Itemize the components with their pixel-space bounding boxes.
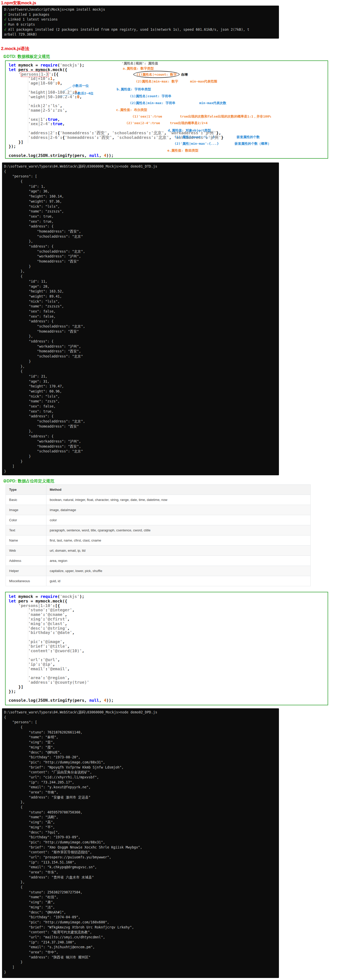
method-cell: area, region bbox=[46, 556, 311, 566]
token-p: , bbox=[82, 648, 84, 653]
token-p: , bbox=[57, 657, 60, 662]
token-p: , bbox=[99, 153, 104, 158]
token-t: "homeaddress": "西安" bbox=[4, 424, 79, 428]
token-t: "sex": false, bbox=[4, 404, 55, 408]
token-t: "sex": false, bbox=[4, 309, 55, 313]
terminal-line: } bbox=[4, 264, 277, 269]
token-t: } bbox=[4, 459, 22, 463]
method-cell: url, domain, email, ip, tld bbox=[46, 546, 311, 556]
token-p: , bbox=[62, 639, 65, 644]
terminal-line: D:\software_ware\Typora\04.WebStack\源码\0… bbox=[4, 164, 277, 169]
method-cell: guid, id bbox=[46, 576, 311, 586]
token-t: "address": { bbox=[4, 319, 54, 323]
token-t: } bbox=[4, 960, 22, 964]
token-t: "name": "杜强", bbox=[4, 895, 58, 899]
terminal-line: "address": "安徽省 滁州市 定远县" bbox=[4, 795, 277, 800]
terminal-line: "content": "斯作算区导领切适我结", bbox=[4, 850, 277, 855]
code-line: let mymock = require('mockjs'); bbox=[9, 63, 328, 68]
token-t: "homeaddress": "西安", bbox=[4, 349, 81, 353]
terminal-line: "schooladdress": "北京", bbox=[4, 324, 277, 329]
token-t: "homeaddress": "西安", bbox=[4, 444, 81, 449]
token-s: 'content' bbox=[28, 648, 50, 653]
token-s: '西安' bbox=[94, 130, 107, 135]
token-p: )); bbox=[106, 698, 114, 703]
code-line: 'ip':'@ip', bbox=[9, 662, 328, 667]
terminal-line: "weight": 89.41, bbox=[4, 294, 277, 299]
token-p: : bbox=[40, 657, 43, 662]
token-s: 'address|2' bbox=[28, 130, 55, 135]
token-p bbox=[9, 76, 28, 81]
token-t: } bbox=[4, 469, 6, 473]
token-t: Run 0 scripts bbox=[6, 22, 35, 26]
token-t: "schooladdress": "北京" bbox=[4, 449, 83, 453]
token-s: 'schooladdress' bbox=[112, 130, 149, 135]
terminal-line: ] bbox=[4, 464, 277, 469]
terminal-line: "id": 21, bbox=[4, 374, 277, 379]
type-cell: Name bbox=[6, 535, 46, 546]
table-row: Basicboolean, natural, integer, float, c… bbox=[6, 495, 311, 505]
token-p: : bbox=[40, 639, 43, 644]
token-t: Installed 1 packages bbox=[6, 13, 49, 16]
terminal-line: "age": 36, bbox=[4, 189, 277, 194]
method-cell: color bbox=[46, 515, 311, 525]
column-header-type: Type bbox=[6, 485, 46, 495]
token-p: console.log(JSON.stringify(pers, bbox=[9, 153, 89, 158]
heading-mockjs-syntax: 2.mock.js语法 bbox=[1, 46, 29, 51]
token-s: '@title' bbox=[48, 644, 67, 649]
token-p: : bbox=[97, 135, 99, 140]
token-t: "sddress": { bbox=[4, 339, 54, 343]
terminal-line: "nick": "lsls", bbox=[4, 204, 277, 209]
token-t: "persons": [ bbox=[4, 174, 37, 178]
terminal-line: "area": "华南", bbox=[4, 790, 277, 795]
terminal-line: }, bbox=[4, 364, 277, 369]
annotation-b2: (2)属性名|min-max: 字符串 min-max代表次数 bbox=[130, 101, 226, 105]
code-line: }] bbox=[9, 685, 328, 689]
token-p bbox=[9, 675, 28, 680]
terminal-line: "desc": "@NnAh#]", bbox=[4, 910, 277, 915]
terminal-line: "birthday": "1979-03-09", bbox=[4, 835, 277, 840]
terminal-line: "height": 160.14, bbox=[4, 194, 277, 199]
token-p: : bbox=[43, 612, 45, 617]
table-row: Miscellaneousguid, id bbox=[6, 576, 311, 586]
token-p: , bbox=[72, 608, 74, 612]
token-p: : bbox=[52, 108, 55, 113]
token-p: , bbox=[169, 135, 174, 140]
token-p: , bbox=[52, 76, 55, 81]
annotation-c-title: c.属性值: 布尔类型 bbox=[116, 108, 147, 112]
terminal-line: "workaddress": "泸州", bbox=[4, 344, 277, 349]
table-row: Namefirst, last, name, cfirst, clast, cn… bbox=[6, 535, 311, 546]
token-p bbox=[9, 680, 28, 685]
terminal-line: "address": { bbox=[4, 414, 277, 419]
table-row: Addressarea, region bbox=[6, 556, 311, 566]
terminal-line: "height": 163.52, bbox=[4, 289, 277, 294]
token-s: '@integer' bbox=[48, 608, 72, 612]
terminal-line: "name": "zszszs", bbox=[4, 209, 277, 214]
token-t: }, bbox=[4, 429, 33, 433]
token-s: 'zs' bbox=[55, 108, 65, 113]
code-line: }); bbox=[9, 689, 328, 694]
table-row: Imageimage, dataImage bbox=[6, 505, 311, 515]
token-t: } bbox=[4, 970, 6, 974]
terminal-line: }, bbox=[4, 880, 277, 885]
terminal-line: }, bbox=[4, 334, 277, 339]
terminal-line: "pic": "http://dummyimage.com/160x600", bbox=[4, 920, 277, 925]
token-t: "xex": false, bbox=[4, 314, 55, 318]
token-s: 'name|2-5' bbox=[28, 108, 52, 113]
type-cell: Miscellaneous bbox=[6, 576, 46, 586]
token-t: }, bbox=[4, 334, 33, 338]
code-line: console.log(JSON.stringify(pers, null, 4… bbox=[9, 153, 328, 158]
terminal-line: "sddress": { bbox=[4, 434, 277, 439]
token-p bbox=[9, 626, 28, 631]
token-s: '@date' bbox=[55, 630, 72, 635]
code-line: 'birthday':'@date', bbox=[9, 630, 328, 635]
terminal-line: { bbox=[4, 169, 277, 174]
annotation-a-title: a.属性值: 数字类型 bbox=[123, 67, 154, 70]
token-p bbox=[9, 121, 28, 126]
token-s: '@clast' bbox=[45, 621, 65, 626]
terminal-line: "area": "华东", bbox=[4, 870, 277, 875]
code-line: console.log(JSON.stringify(pers, null, 4… bbox=[9, 698, 328, 703]
token-p: , bbox=[65, 612, 67, 617]
token-t: "address": { bbox=[4, 414, 54, 418]
terminal-line: "pic": "http://dummyimage.com/88x31", bbox=[4, 840, 277, 845]
token-t: { bbox=[4, 274, 22, 278]
